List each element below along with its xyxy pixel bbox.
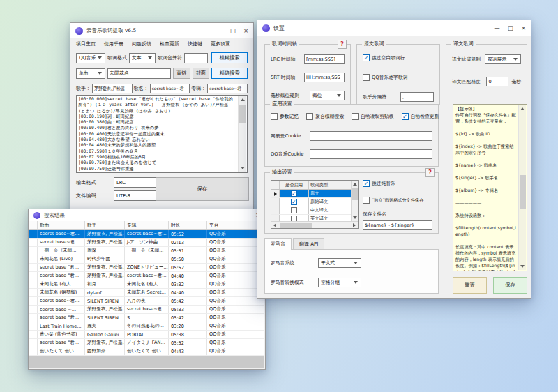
table-row[interactable]: 未闻花名 (钢琴版) dylanf 未闻花名 Secret... 04:40 Q…: [29, 289, 264, 297]
scroll-thumb[interactable]: [280, 223, 312, 228]
scroll-down-icon[interactable]: [239, 165, 246, 172]
table-row[interactable]: 会いたくて 会い... 西野加奈 会いたくて 会い... 04:43 QQ音乐: [29, 347, 264, 356]
filename-input[interactable]: ${name} - ${singer}: [363, 220, 432, 230]
row-selector[interactable]: [271, 190, 280, 197]
row-selector[interactable]: [271, 198, 280, 206]
row-selector[interactable]: [29, 280, 38, 288]
column-header-platform[interactable]: 平台: [207, 221, 264, 229]
save-settings-button[interactable]: 保存: [493, 277, 527, 294]
srt-timeline-input[interactable]: HH:mm:ss,SSS: [304, 73, 345, 82]
translation-precision-input[interactable]: 0: [486, 77, 508, 86]
minimize-icon[interactable]: —: [216, 28, 223, 34]
table-row[interactable]: 青い栞 (蓝色书签) Galileo Galilei PORTAL 05:38 …: [29, 331, 264, 339]
direct-link-button[interactable]: 直链: [173, 68, 190, 79]
lyrics-scrollbar[interactable]: [238, 96, 246, 172]
cover-button[interactable]: 封面: [193, 68, 210, 79]
checkbox-box[interactable]: [306, 113, 313, 120]
checkbox-box[interactable]: [363, 180, 370, 187]
table-row[interactable]: secret base "君... 茅野愛衣, 戸松遥... secret ba…: [29, 272, 264, 280]
table-row[interactable]: Last Train Home... 麗美 冬の日残る花の... 03:20 Q…: [29, 322, 264, 331]
table-row[interactable]: 未闻花名 (有人... 初月 未闻花名 (有人... 03:32 QQ音乐: [29, 280, 264, 289]
enabled-cell[interactable]: [280, 190, 309, 197]
close-icon[interactable]: ×: [243, 28, 248, 34]
lrc-timeline-input[interactable]: [mm:ss.SSS]: [304, 54, 345, 64]
checkbox-box[interactable]: [352, 113, 359, 120]
column-header-duration[interactable]: 时长: [169, 221, 207, 229]
romaji-mode-select[interactable]: 空格分组: [318, 278, 361, 287]
fuzzy-search-button[interactable]: 模糊搜索: [211, 52, 248, 63]
scroll-left-icon[interactable]: [271, 222, 278, 229]
checkbox-box[interactable]: [363, 74, 370, 81]
table-row[interactable]: secret base "君... 茅野愛衣, 戸松遥... ZONEトリビュー…: [29, 264, 264, 272]
menu-item[interactable]: 快捷键: [183, 39, 206, 49]
minimize-icon[interactable]: —: [494, 25, 500, 31]
row-selector[interactable]: [271, 206, 280, 214]
checkbox-box[interactable]: [363, 54, 370, 61]
table-vertical-scrollbar[interactable]: [351, 181, 358, 221]
table-row[interactable]: secret base ~... 茅野愛衣, 戸松遥... secret bas…: [29, 306, 264, 314]
table-horizontal-scrollbar[interactable]: [271, 221, 358, 228]
lyric-type-row[interactable]: 中文译文: [271, 206, 358, 215]
skip-pure-music-checkbox[interactable]: 跳过纯音乐: [363, 180, 395, 187]
tab-romaji[interactable]: 罗马音: [264, 238, 292, 250]
tab-translate-api[interactable]: 翻译 API: [293, 238, 324, 249]
app-setting-checkbox[interactable]: 聚合模糊搜索: [306, 113, 344, 120]
row-selector[interactable]: [29, 322, 38, 330]
qq-cookie-input[interactable]: [310, 149, 432, 159]
qq-verbatim-checkbox[interactable]: QQ音乐逐字歌词: [363, 74, 407, 81]
skip-blank-checkbox[interactable]: 跳过空白歌词行: [363, 54, 405, 61]
save-lyrics-button[interactable]: 保存: [156, 177, 249, 201]
table-row[interactable]: secret base~君... 茅野愛衣, 戸松遥... J-アニソン神曲..…: [29, 239, 264, 247]
row-selector[interactable]: [29, 230, 38, 238]
scroll-up-icon[interactable]: [239, 96, 246, 103]
menu-item[interactable]: 使用手册: [100, 39, 128, 49]
row-selector[interactable]: [29, 314, 38, 322]
row-selector[interactable]: [29, 264, 38, 271]
row-selector[interactable]: [29, 306, 38, 313]
netease-cookie-input[interactable]: [310, 131, 432, 141]
app-setting-checkbox[interactable]: 自动检查更新: [402, 113, 439, 120]
search-keyword-input[interactable]: 未闻花名: [107, 68, 171, 79]
singer-separator-input[interactable]: ,: [400, 92, 434, 102]
translation-default-rule-select[interactable]: 双语展示: [485, 54, 521, 64]
row-selector[interactable]: [29, 347, 38, 355]
platform-select[interactable]: QQ音乐: [76, 53, 105, 63]
merge-symbol-input[interactable]: [184, 53, 208, 63]
row-selector[interactable]: [29, 239, 38, 246]
row-selector[interactable]: [29, 339, 38, 347]
scroll-up-icon[interactable]: [352, 181, 359, 188]
main-titlebar[interactable]: 云音乐歌词提取 v6.5 — □ ×: [70, 23, 253, 38]
column-header-song[interactable]: 歌曲: [38, 221, 85, 229]
table-row[interactable]: secret base "君... SILENT SIREN S 05:42 Q…: [29, 314, 264, 322]
checkbox-box[interactable]: [363, 197, 370, 204]
table-row[interactable]: secret base~君... SILENT SIREN 八月の夜 05:42…: [29, 297, 264, 306]
help-icon[interactable]: ?: [425, 168, 435, 177]
results-titlebar[interactable]: 搜索结果 ×: [29, 209, 265, 221]
row-selector[interactable]: [29, 247, 38, 255]
settings-titlebar[interactable]: 设置 — □ ×: [257, 20, 531, 36]
enabled-cell[interactable]: [280, 206, 309, 214]
row-selector[interactable]: [29, 255, 38, 263]
checkbox-box[interactable]: [291, 190, 297, 197]
checkbox-box[interactable]: [271, 113, 278, 120]
help-icon[interactable]: ?: [338, 40, 347, 49]
split-files-checkbox[interactable]: “独立”歌词格式分文件保存: [363, 197, 423, 204]
checkbox-box[interactable]: [291, 207, 297, 213]
column-header-album[interactable]: 专辑: [125, 221, 169, 229]
app-setting-checkbox[interactable]: 自动读取剪贴板: [352, 113, 394, 120]
checkbox-box[interactable]: [402, 113, 409, 120]
reset-button[interactable]: 重置: [453, 277, 487, 294]
table-row[interactable]: 未闻花名 (Live) 时代少年团 05:50 QQ音乐: [29, 255, 264, 264]
table-row[interactable]: secret base "君... 茅野愛衣, 戸松遥... ノイタミナ FAN…: [29, 339, 264, 347]
maximize-icon[interactable]: □: [508, 25, 513, 31]
app-setting-checkbox[interactable]: 参数记忆: [271, 113, 299, 120]
scroll-thumb[interactable]: [239, 105, 246, 123]
romaji-system-select[interactable]: 平文式: [318, 258, 361, 268]
song-type-select[interactable]: 单曲: [76, 68, 105, 79]
table-row[interactable]: 一期一会《未闻... 周深 一期一会《未闻... 05:51 QQ音乐: [29, 247, 264, 255]
scroll-right-icon[interactable]: [351, 222, 358, 229]
row-selector[interactable]: [29, 272, 38, 280]
ms-truncate-rule-select[interactable]: 截位: [310, 91, 345, 100]
format-select[interactable]: 文本: [129, 53, 156, 63]
lyrics-textarea[interactable]: [00:00.000]secret base "君がくれたもの" (secret…: [76, 95, 248, 173]
